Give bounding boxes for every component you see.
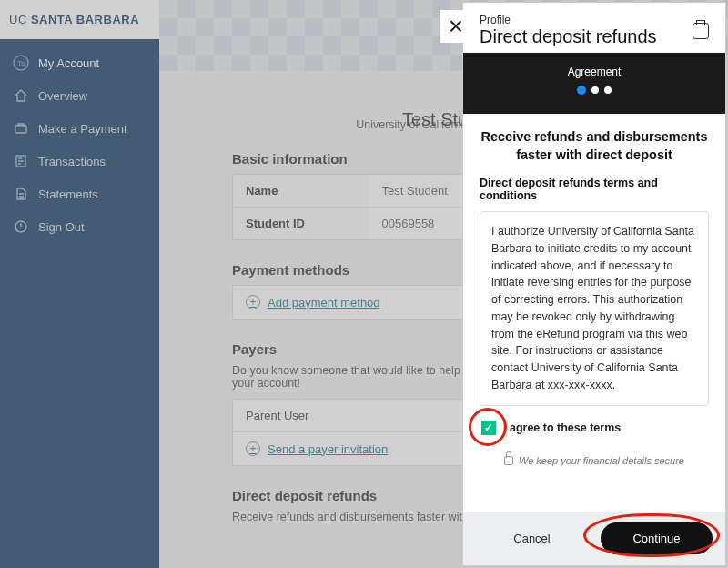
- panel-header: Profile Direct deposit refunds: [463, 3, 725, 53]
- step-dots: [577, 86, 612, 95]
- step-label: Agreement: [463, 66, 725, 78]
- panel-footer: Cancel Continue: [463, 512, 725, 565]
- agree-label: I agree to these terms: [503, 421, 621, 434]
- continue-button[interactable]: Continue: [601, 522, 713, 554]
- step-dot-3: [604, 86, 612, 94]
- secure-text: We keep your financial details secure: [519, 455, 684, 466]
- panel-headline: Receive refunds and disbursements faster…: [480, 128, 709, 164]
- panel-breadcrumb: Profile: [480, 14, 683, 26]
- step-dot-1: [577, 86, 586, 95]
- checkbox-checked-icon: ✓: [481, 421, 496, 435]
- agree-checkbox-row[interactable]: ✓ I agree to these terms: [481, 421, 709, 435]
- stepper: Agreement: [463, 53, 725, 114]
- secure-note: We keep your financial details secure: [480, 455, 709, 466]
- step-dot-2: [592, 86, 599, 94]
- terms-heading: Direct deposit refunds terms and conditi…: [480, 177, 709, 202]
- lock-icon: [504, 456, 513, 465]
- direct-deposit-panel: × Profile Direct deposit refunds Agreeme…: [462, 2, 726, 566]
- close-icon: ×: [449, 12, 463, 41]
- print-icon[interactable]: [693, 23, 709, 39]
- panel-body: Receive refunds and disbursements faster…: [463, 114, 725, 512]
- panel-title: Direct deposit refunds: [480, 26, 683, 47]
- cancel-button[interactable]: Cancel: [476, 522, 588, 554]
- close-button[interactable]: ×: [440, 10, 472, 43]
- terms-text: I authorize University of California San…: [480, 211, 709, 406]
